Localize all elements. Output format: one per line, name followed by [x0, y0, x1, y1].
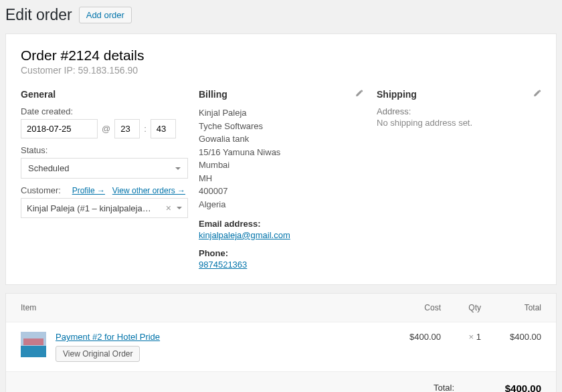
- edit-shipping-icon[interactable]: [532, 89, 541, 100]
- billing-line: Mumbai: [199, 159, 363, 172]
- shipping-column: Shipping Address: No shipping address se…: [377, 89, 541, 270]
- phone-label: Phone:: [199, 248, 363, 258]
- billing-line: 400007: [199, 185, 363, 198]
- order-title: Order #2124 details: [21, 47, 541, 64]
- email-label: Email address:: [199, 219, 363, 229]
- general-column: General Date created: @ : Status: Schedu…: [21, 89, 185, 270]
- billing-line: Tyche Softwares: [199, 120, 363, 133]
- billing-email-link[interactable]: kinjalpaleja@gmail.com: [199, 230, 290, 240]
- billing-phone-link[interactable]: 9874521363: [199, 260, 247, 270]
- col-header-qty: Qty: [441, 303, 481, 312]
- shipping-address-value: No shipping address set.: [377, 118, 541, 128]
- billing-line: MH: [199, 172, 363, 185]
- view-original-order-button[interactable]: View Original Order: [56, 346, 140, 362]
- hour-input[interactable]: [114, 119, 140, 138]
- billing-heading: Billing: [199, 89, 363, 100]
- item-total: $400.00: [481, 332, 541, 342]
- order-subtitle: Customer IP: 59.183.156.90: [21, 65, 541, 76]
- col-header-item: Item: [21, 303, 387, 312]
- item-qty: × 1: [441, 332, 481, 342]
- totals-value: $400.00: [481, 383, 541, 392]
- shipping-address-label: Address:: [377, 106, 541, 116]
- page-title: Edit order: [5, 6, 72, 24]
- item-cost: $400.00: [387, 332, 441, 342]
- colon-separator: :: [144, 124, 147, 134]
- billing-line: Algeria: [199, 198, 363, 211]
- shipping-heading: Shipping: [377, 89, 541, 100]
- billing-column: Billing Kinjal Paleja Tyche Softwares Go…: [199, 89, 363, 270]
- date-created-label: Date created:: [21, 106, 185, 116]
- add-order-button[interactable]: Add order: [79, 7, 132, 23]
- order-items-panel: Item Cost Qty Total Payment #2 for Hotel…: [5, 293, 557, 392]
- col-header-total: Total: [481, 303, 541, 312]
- item-name-link[interactable]: Payment #2 for Hotel Pride: [56, 332, 160, 342]
- status-label: Status:: [21, 145, 185, 155]
- minute-input[interactable]: [151, 119, 176, 138]
- status-value: Scheduled: [28, 163, 69, 173]
- customer-label: Customer:: [21, 185, 61, 195]
- at-separator: @: [102, 124, 110, 134]
- chevron-down-icon: [175, 167, 181, 170]
- totals-label: Total:: [21, 383, 481, 392]
- item-thumbnail[interactable]: [21, 332, 46, 357]
- chevron-down-icon: [177, 207, 182, 209]
- billing-line: Kinjal Paleja: [199, 106, 363, 120]
- general-heading: General: [21, 89, 185, 100]
- clear-customer-icon[interactable]: ×: [166, 203, 171, 213]
- billing-line: Gowalia tank: [199, 132, 363, 146]
- billing-line: 15/16 Yamuna Niwas: [199, 146, 363, 159]
- order-details-panel: Order #2124 details Customer IP: 59.183.…: [5, 33, 557, 285]
- col-header-cost: Cost: [387, 303, 441, 312]
- item-row: Payment #2 for Hotel Pride View Original…: [6, 322, 556, 372]
- status-select[interactable]: Scheduled: [21, 158, 188, 179]
- customer-value: Kinjal Paleja (#1 – kinjalpaleja@gmail.c…: [27, 203, 154, 213]
- date-input[interactable]: [21, 119, 98, 138]
- view-other-orders-link[interactable]: View other orders →: [112, 186, 185, 195]
- edit-billing-icon[interactable]: [354, 89, 363, 100]
- profile-link[interactable]: Profile →: [72, 186, 105, 195]
- customer-select[interactable]: Kinjal Paleja (#1 – kinjalpaleja@gmail.c…: [21, 198, 188, 218]
